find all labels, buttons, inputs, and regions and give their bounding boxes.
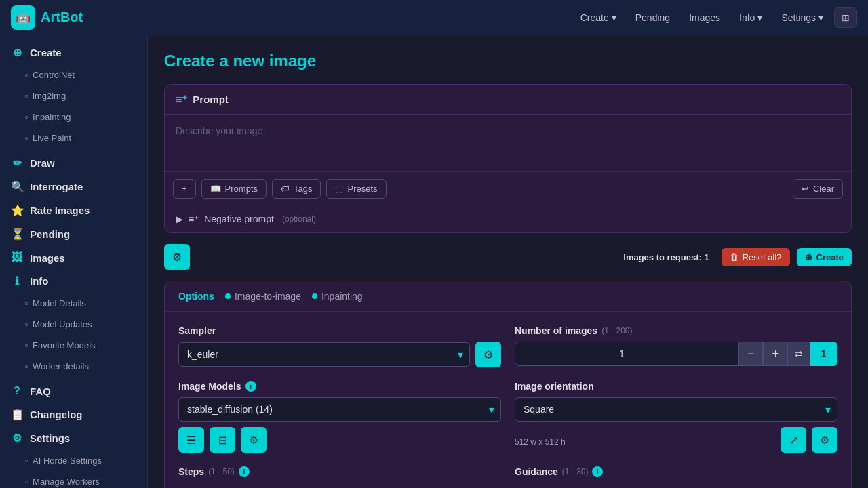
tab-inpainting[interactable]: Inpainting	[312, 291, 363, 302]
image-models-field: Image Models i stable_diffusion (14) ▾	[178, 381, 501, 453]
presets-button[interactable]: ⬚ Presets	[326, 179, 386, 199]
guidance-field: Guidance (1 - 30) i	[515, 466, 837, 483]
image-models-label: Image Models i	[178, 381, 501, 392]
model-extra-btns: ☰ ⊟ ⚙	[178, 427, 501, 453]
sampler-label: Sampler	[178, 325, 501, 336]
topnav-grid-button[interactable]: ⊞	[834, 7, 857, 28]
sampler-settings-button[interactable]: ⚙	[475, 342, 501, 367]
images-to-request-label: Images to request: 1	[623, 252, 709, 262]
num-images-random[interactable]: ⇄	[788, 342, 810, 366]
num-images-increment[interactable]: +	[763, 342, 788, 366]
sampler-row: k_euler k_euler_a k_dpm_2 DDIM ▾ ⚙	[178, 342, 501, 367]
topnav-items: Create ▾ Pending Images Info ▾ Settings …	[572, 7, 857, 28]
clear-icon: ↩	[802, 184, 809, 194]
sidebar-item-ai-horde[interactable]: AI Horde Settings	[0, 450, 147, 471]
sidebar-item-livepaint[interactable]: Live Paint	[0, 127, 147, 148]
draw-icon: ✏	[11, 157, 23, 169]
guidance-label: Guidance (1 - 30) i	[515, 466, 837, 477]
settings-button[interactable]: ⚙	[164, 244, 190, 270]
sampler-select[interactable]: k_euler k_euler_a k_dpm_2 DDIM	[178, 342, 470, 367]
steps-field: Steps (1 - 50) i	[178, 466, 501, 483]
orientation-resize-button[interactable]: ⤢	[781, 427, 806, 453]
orientation-settings-button[interactable]: ⚙	[812, 427, 837, 453]
prompt-actions: + 📖 Prompts 🏷 Tags ⬚ Presets ↩ Clear	[165, 171, 851, 205]
sidebar-section-create: ⊕ Create ControlNet img2img Inpainting L…	[0, 41, 147, 148]
model-list-button[interactable]: ☰	[178, 427, 204, 453]
app-logo[interactable]: 🤖 ArtBot	[11, 5, 83, 30]
orientation-select-wrap: Square Portrait Landscape ▾	[515, 397, 837, 422]
num-images-label: Number of images (1 - 200)	[515, 325, 837, 336]
presets-icon: ⬚	[335, 184, 343, 194]
sidebar-item-faq[interactable]: ? FAQ	[0, 380, 147, 403]
sidebar-item-model-details[interactable]: Model Details	[0, 293, 147, 314]
chevron-right-icon: ▶	[176, 214, 183, 224]
tab-image-to-image[interactable]: Image-to-image	[225, 291, 301, 302]
negative-prompt-row[interactable]: ▶ ≡⁺ Negative prompt (optional)	[165, 205, 851, 232]
nav-images[interactable]: Images	[681, 8, 728, 27]
sidebar-item-rate-images[interactable]: ⭐ Rate Images	[0, 199, 147, 222]
num-images-decrement[interactable]: −	[739, 342, 764, 366]
sidebar-item-images[interactable]: 🖼 Images	[0, 246, 147, 269]
clear-button[interactable]: ↩ Clear	[793, 179, 843, 199]
tab-options[interactable]: Options	[178, 291, 214, 302]
num-images-input-group: − + ⇄ 1	[515, 342, 837, 366]
sidebar-item-pending[interactable]: ⏳ Pending	[0, 222, 147, 246]
images-icon: 🖼	[11, 251, 23, 264]
trash-icon: 🗑	[730, 252, 738, 262]
app-name: ArtBot	[41, 9, 83, 25]
sidebar-item-img2img[interactable]: img2img	[0, 85, 147, 106]
nav-create[interactable]: Create ▾	[572, 8, 625, 27]
add-button[interactable]: +	[173, 179, 196, 199]
topnav: 🤖 ArtBot Create ▾ Pending Images Info ▾ …	[0, 0, 868, 35]
image-orientation-field: Image orientation Square Portrait Landsc…	[515, 381, 837, 453]
model-filter-button[interactable]: ⊟	[210, 427, 235, 453]
sidebar-item-favorite-models[interactable]: Favorite Models	[0, 335, 147, 356]
create-button[interactable]: ⊕ Create	[797, 248, 852, 266]
num-images-input[interactable]	[515, 342, 739, 366]
options-card: Options Image-to-image Inpainting Sample…	[164, 281, 852, 488]
sidebar-item-controlnet[interactable]: ControlNet	[0, 64, 147, 85]
reset-button[interactable]: 🗑 Reset all?	[722, 248, 790, 266]
tab-dot-2	[312, 293, 317, 299]
faq-icon: ?	[11, 385, 23, 397]
changelog-icon: 📋	[11, 408, 23, 421]
page-title: Create a new image	[164, 52, 852, 70]
image-models-info-icon: i	[245, 381, 256, 392]
sidebar-item-draw[interactable]: ✏ Draw	[0, 151, 147, 175]
sampler-select-wrap: k_euler k_euler_a k_dpm_2 DDIM ▾	[178, 342, 470, 367]
sidebar-item-changelog[interactable]: 📋 Changelog	[0, 403, 147, 426]
interrogate-icon: 🔍	[11, 180, 23, 193]
sidebar-item-create[interactable]: ⊕ Create	[0, 41, 147, 64]
sidebar: ⊕ Create ControlNet img2img Inpainting L…	[0, 35, 148, 488]
image-models-select-wrap: stable_diffusion (14) ▾	[178, 397, 501, 422]
nav-pending[interactable]: Pending	[627, 8, 678, 27]
sidebar-item-interrogate[interactable]: 🔍 Interrogate	[0, 175, 147, 199]
sidebar-item-model-updates[interactable]: Model Updates	[0, 314, 147, 335]
sidebar-item-inpainting[interactable]: Inpainting	[0, 106, 147, 127]
tags-button[interactable]: 🏷 Tags	[272, 179, 321, 199]
prompt-card: ≡⁺ Prompt + 📖 Prompts 🏷 Tags ⬚ Prese	[164, 84, 852, 233]
sidebar-section-info: ℹ Info Model Details Model Updates Favor…	[0, 269, 147, 377]
model-row: stable_diffusion (14) ▾	[178, 397, 501, 422]
rate-icon: ⭐	[11, 204, 23, 217]
guidance-info-icon: i	[592, 466, 603, 477]
sampler-field: Sampler k_euler k_euler_a k_dpm_2 DDIM	[178, 325, 501, 367]
sidebar-item-settings[interactable]: ⚙ Settings	[0, 426, 147, 450]
prompt-textarea[interactable]	[165, 115, 851, 169]
nav-info[interactable]: Info ▾	[731, 8, 770, 27]
create-icon: ⊕	[805, 252, 812, 262]
prompt-card-header: ≡⁺ Prompt	[165, 85, 851, 115]
options-tabs: Options Image-to-image Inpainting	[165, 281, 851, 312]
negative-prompt-icon: ≡⁺	[189, 214, 199, 224]
orientation-row: Square Portrait Landscape ▾	[515, 397, 837, 422]
model-settings-button[interactable]: ⚙	[241, 427, 267, 453]
orientation-select[interactable]: Square Portrait Landscape	[515, 397, 837, 422]
create-icon: ⊕	[11, 46, 23, 59]
nav-settings[interactable]: Settings ▾	[773, 8, 831, 27]
image-models-select[interactable]: stable_diffusion (14)	[178, 397, 501, 422]
sidebar-item-worker-details[interactable]: Worker details	[0, 356, 147, 377]
prompts-icon: 📖	[210, 184, 221, 194]
sidebar-item-manage-workers[interactable]: Manage Workers	[0, 471, 147, 488]
sidebar-item-info[interactable]: ℹ Info	[0, 269, 147, 293]
prompts-button[interactable]: 📖 Prompts	[201, 179, 267, 199]
